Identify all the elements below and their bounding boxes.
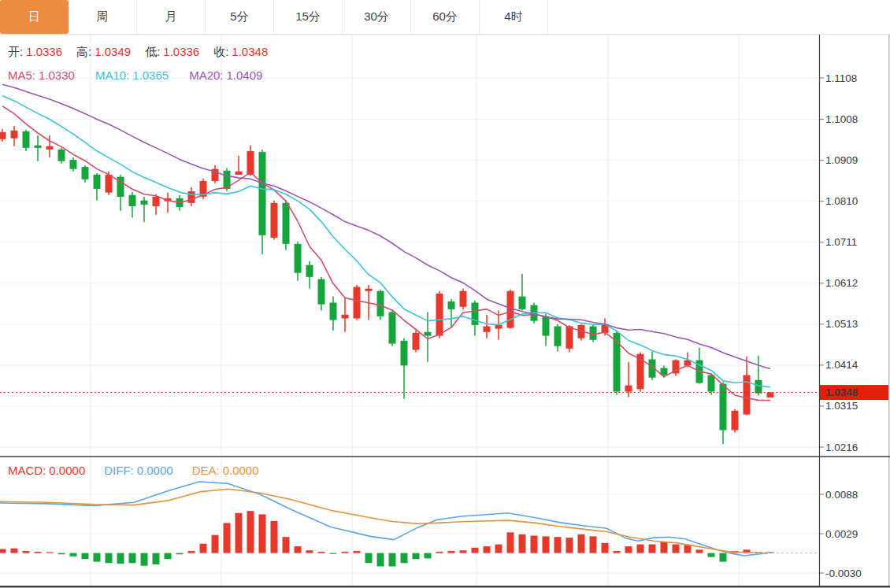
close-readout: 收:1.0348 (213, 45, 268, 60)
candle-down (35, 146, 42, 148)
candle-down (472, 303, 479, 325)
macd-bar (117, 553, 124, 564)
candle-down (283, 203, 290, 244)
ma20-line (2, 84, 770, 368)
macd-bar (141, 553, 148, 566)
high-label: 高: (76, 45, 91, 60)
price-axis-label: 1.0711 (825, 236, 857, 248)
macd-bar (720, 553, 727, 562)
tab-week[interactable]: 周 (69, 0, 137, 34)
tab-hour4[interactable]: 4时 (480, 0, 548, 34)
macd-legend: MACD:0.0000 DIFF:0.0000 DEA:0.0000 (8, 464, 259, 477)
candle-up (271, 203, 278, 238)
price-axis-label: 1.0909 (825, 154, 858, 166)
candle-up (235, 172, 243, 175)
macd-bar (176, 553, 184, 555)
candle-down (543, 316, 550, 336)
candle-down (720, 384, 727, 431)
timeframe-tabbar: 日周月5分15分30分60分4时 (0, 0, 890, 35)
macd-bar (23, 551, 30, 553)
candle-up (625, 386, 632, 392)
macd-bar (543, 536, 550, 553)
macd-bar (696, 549, 703, 553)
macd-bar (448, 551, 455, 553)
macd-bar (259, 514, 266, 553)
candle-up (744, 375, 751, 415)
macd-bar (153, 553, 160, 564)
ma10-readout: MA10:1.0365 (95, 68, 169, 82)
macd-bar (661, 542, 668, 553)
tab-min5[interactable]: 5分 (206, 0, 274, 34)
candle-down (129, 195, 136, 206)
macd-bar (413, 553, 420, 560)
tab-min30[interactable]: 30分 (343, 0, 411, 34)
macd-bar (365, 553, 373, 564)
macd-readout: MACD:0.0000 (8, 464, 85, 477)
tab-day[interactable]: 日 (0, 0, 69, 34)
dea-line (0, 489, 768, 553)
macd-bar (354, 551, 361, 553)
candle-up (247, 151, 254, 175)
macd-bar (389, 553, 396, 567)
candle-down (295, 244, 302, 273)
candle-up (354, 287, 361, 319)
open-value: 1.0336 (26, 45, 62, 60)
candle-down (401, 341, 408, 366)
price-axis-label: 1.0216 (825, 442, 858, 453)
macd-bar (165, 553, 172, 560)
low-readout: 低:1.0336 (145, 45, 199, 60)
macd-bar (425, 553, 432, 559)
candle-up (46, 146, 54, 150)
trading-chart-app: 1.11081.10081.09091.08101.07111.06121.05… (0, 0, 890, 588)
macd-bar (554, 537, 562, 553)
ma10-line (2, 96, 770, 387)
macd-bar (684, 545, 692, 553)
macd-bar (318, 552, 325, 553)
candle-down (82, 167, 89, 179)
candle-up (153, 197, 160, 206)
candle-up (365, 289, 373, 291)
price-axis-label: 1.0513 (825, 318, 858, 330)
macd-bar (330, 553, 337, 554)
macd-bar (342, 552, 349, 553)
candle-down (306, 265, 313, 277)
candle-up (460, 291, 467, 307)
macd-bar (82, 553, 89, 560)
macd-bar (0, 549, 6, 553)
macd-bar (673, 545, 680, 553)
macd-bar (401, 553, 408, 564)
macd-bar (614, 551, 621, 553)
candle-down (318, 279, 325, 305)
candle-up (732, 411, 739, 431)
tab-month[interactable]: 月 (137, 0, 206, 34)
candle-down (94, 175, 101, 189)
price-axis-label: 1.1008 (825, 113, 858, 125)
dea-readout: DEA:0.0000 (192, 464, 259, 477)
tab-min60[interactable]: 60分 (411, 0, 480, 34)
low-label: 低: (145, 45, 160, 60)
ma-legend: MA5:1.0330 MA10:1.0365 MA20:1.0409 (8, 68, 262, 82)
candle-down (58, 150, 65, 161)
candle-down (377, 291, 384, 316)
macd-bar (625, 546, 632, 553)
candle-down (259, 152, 266, 235)
macd-bar (70, 553, 77, 557)
macd-bar (602, 543, 609, 553)
macd-bar (11, 549, 18, 553)
candle-up (566, 326, 573, 348)
candle-up (413, 333, 420, 350)
open-readout: 开:1.0336 (8, 45, 62, 60)
tab-min15[interactable]: 15分 (274, 0, 343, 34)
macd-bar (649, 545, 656, 553)
high-value: 1.0349 (95, 45, 131, 60)
ma5-readout: MA5:1.0330 (8, 68, 75, 82)
macd-bar (306, 550, 313, 553)
macd-bar (637, 545, 644, 553)
price-axis-label: 1.0612 (825, 277, 858, 289)
diff-readout: DIFF:0.0000 (104, 464, 172, 477)
macd-bar (224, 523, 231, 553)
price-axis-label: 1.0414 (825, 359, 858, 371)
candle-down (70, 160, 77, 169)
candle-up (767, 393, 774, 398)
chart-canvas[interactable]: 1.11081.10081.09091.08101.07111.06121.05… (0, 0, 890, 588)
